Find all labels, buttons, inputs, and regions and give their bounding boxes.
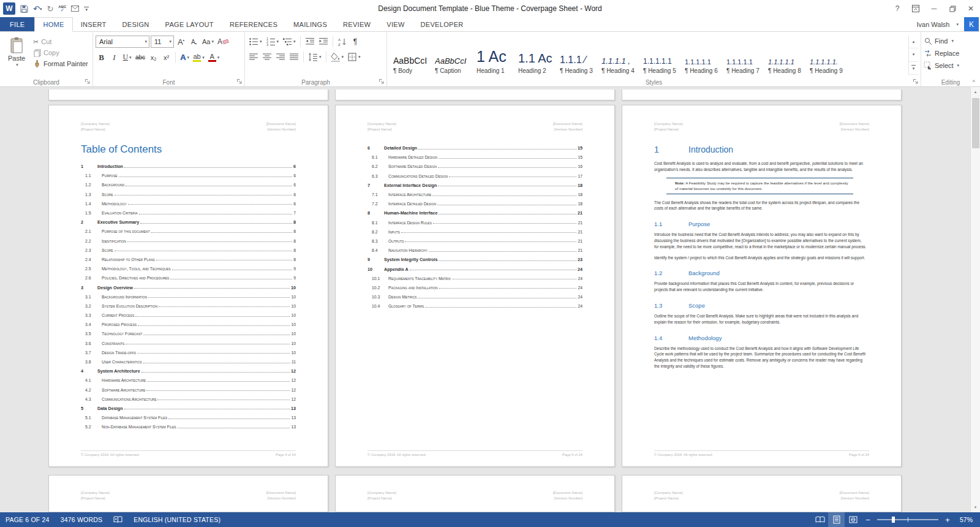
toc-entry[interactable]: 9System Integrity Controls23	[368, 255, 582, 264]
account-name[interactable]: Ivan Walsh	[916, 21, 949, 28]
zoom-in-button[interactable]: +	[941, 515, 954, 525]
toc-entry[interactable]: 1.3Scope6	[81, 190, 296, 199]
close-button[interactable]: ✕	[962, 0, 980, 17]
superscript-button[interactable]: x²	[160, 51, 172, 63]
multilevel-list-button[interactable]: ▾	[281, 36, 297, 47]
print-layout-button[interactable]	[828, 512, 845, 527]
shading-button[interactable]: ▾	[330, 51, 345, 63]
toc-entry[interactable]: 1.4Methodology6	[81, 199, 296, 208]
toc-entry[interactable]: 3Design Overview10	[81, 282, 296, 292]
toc-entry[interactable]: 2.3Scope8	[81, 246, 296, 255]
tab-page-layout[interactable]: PAGE LAYOUT	[157, 17, 222, 31]
line-spacing-button[interactable]: ▾	[307, 51, 323, 63]
styles-scroll-down-button[interactable]: ▾	[909, 48, 918, 61]
select-button[interactable]: Select▾	[924, 60, 978, 71]
ribbon-display-options-button[interactable]	[907, 0, 925, 17]
align-right-button[interactable]	[274, 51, 287, 63]
toc-entry[interactable]: 1.5Evaluation Criteria7	[81, 208, 296, 218]
sort-button[interactable]: AZ	[336, 36, 349, 47]
toc-entry[interactable]: 1.2Background6	[81, 180, 296, 189]
toc-entry[interactable]: 7External Interface Design18	[368, 181, 582, 190]
toc-entry[interactable]: 7.1Interface Architecture18	[368, 190, 582, 199]
toc-entry[interactable]: 4.3Communications Architecture12	[81, 395, 296, 404]
bold-button[interactable]: B	[96, 51, 107, 63]
page-toc-2[interactable]: [Company Name][Project Name] [Document N…	[335, 105, 615, 467]
spelling-grammar-button[interactable]: ABC✓	[58, 6, 66, 12]
page-introduction[interactable]: [Company Name][Project Name] [Document N…	[622, 105, 902, 467]
align-center-button[interactable]	[261, 51, 273, 63]
toc-entry[interactable]: 6Detailed Design15	[368, 143, 582, 153]
toc-entry[interactable]: 2.5Methodology, Tools, and Techniques9	[81, 264, 296, 273]
style-item-9[interactable]: 1.1.1.1.1¶ Heading 7	[723, 36, 763, 75]
collapse-ribbon-button[interactable]: ^	[973, 79, 975, 85]
clipboard-dialog-launcher[interactable]	[85, 78, 91, 85]
borders-button[interactable]: ▾	[346, 51, 362, 63]
copy-button[interactable]: Copy	[33, 48, 88, 58]
tab-view[interactable]: VIEW	[379, 17, 412, 31]
style-item-2[interactable]: AaBbCcI¶ Caption	[431, 36, 472, 75]
minimize-button[interactable]: ─	[925, 0, 943, 17]
avatar[interactable]: K	[964, 17, 979, 31]
toc-entry[interactable]: 3.4Proposed Process10	[81, 320, 296, 329]
tab-review[interactable]: REVIEW	[335, 17, 379, 31]
style-item-6[interactable]: 1.1.1.1 ,¶ Heading 4	[598, 36, 638, 75]
toc-entry[interactable]: 4.2Software Architecture12	[81, 385, 296, 395]
style-item-10[interactable]: 1.1.1.1.1¶ Heading 8	[764, 36, 805, 75]
toc-entry[interactable]: 6.3Communications Detailed Design17	[368, 172, 582, 181]
tab-developer[interactable]: DEVELOPER	[413, 17, 472, 31]
highlight-color-button[interactable]: ab▾	[192, 51, 206, 63]
toc-entry[interactable]: 5.1Database Management System Files13	[81, 413, 296, 422]
style-item-7[interactable]: 1.1.1.1.1¶ Heading 5	[639, 36, 680, 75]
font-size-combobox[interactable]: 11▾	[151, 36, 174, 48]
undo-button[interactable]: ↶▾	[33, 5, 42, 13]
zoom-level[interactable]: 57%	[954, 516, 980, 523]
vertical-scrollbar[interactable]: ▴ ▾	[970, 87, 980, 512]
justify-button[interactable]	[288, 51, 300, 63]
toc-entry[interactable]: 3.8User Characteristics11	[81, 357, 296, 366]
styles-more-button[interactable]: ▾	[909, 62, 918, 75]
page-indicator[interactable]: PAGE 6 OF 24	[0, 512, 55, 527]
toc-entry[interactable]: 6.2Software Detailed Design16	[368, 162, 582, 171]
zoom-slider[interactable]	[877, 519, 938, 520]
show-hide-paragraph-button[interactable]: ¶	[350, 36, 361, 47]
customize-quick-access-button[interactable]: ▾	[84, 7, 89, 11]
toc-entry[interactable]: 8.4Navigation Hierarchy21	[368, 246, 582, 255]
subscript-button[interactable]: x₂	[148, 51, 159, 63]
toc-entry[interactable]: 2.1Purpose of this document8	[81, 227, 296, 236]
styles-scroll-up-button[interactable]: ▴	[909, 36, 918, 48]
style-item-5[interactable]: 1.1.1 ⁄¶ Heading 3	[556, 36, 597, 75]
toc-entry[interactable]: 3.5Technology Forecast10	[81, 329, 296, 338]
change-case-button[interactable]: Aa▾	[201, 36, 215, 48]
save-button[interactable]	[20, 5, 28, 13]
text-effects-button[interactable]: A▾	[179, 51, 190, 63]
account-dropdown-icon[interactable]: ▾	[956, 22, 959, 27]
scrollbar-thumb[interactable]	[972, 98, 979, 148]
toc-entry[interactable]: 3.2System Evolution Description10	[81, 301, 296, 311]
toc-entry[interactable]: 7.2Interface Detailed Design18	[368, 199, 582, 208]
email-button[interactable]	[71, 6, 79, 12]
tab-design[interactable]: DESIGN	[115, 17, 157, 31]
toc-entry[interactable]: 2.2Identification8	[81, 237, 296, 246]
decrease-indent-button[interactable]	[304, 36, 316, 47]
paragraph-dialog-launcher[interactable]	[379, 78, 385, 85]
strikethrough-button[interactable]: abc	[134, 51, 146, 63]
toc-entry[interactable]: 2Executive Summary8	[81, 218, 296, 227]
help-button[interactable]: ?	[888, 0, 907, 17]
toc-entry[interactable]: 3.6Constraints10	[81, 339, 296, 348]
toc-entry[interactable]: 1Introduction6	[81, 162, 296, 171]
tab-home[interactable]: HOME	[34, 17, 72, 32]
tab-mailings[interactable]: MAILINGS	[285, 17, 335, 31]
font-dialog-launcher[interactable]	[236, 78, 243, 85]
tab-references[interactable]: REFERENCES	[222, 17, 285, 31]
style-item-1[interactable]: AaBbCcI¶ Body	[390, 36, 430, 75]
proofing-status[interactable]	[108, 512, 128, 527]
web-layout-button[interactable]	[845, 512, 861, 527]
toc-entry[interactable]: 8.2Inputs21	[368, 227, 582, 237]
document-area[interactable]: [Company Name][Project Name] [Document N…	[0, 87, 980, 512]
toc-entry[interactable]: 4System Architecture12	[81, 366, 296, 376]
toc-entry[interactable]: 6.1Hardware Detailed Design15	[368, 153, 582, 162]
font-name-combobox[interactable]: Arial▾	[96, 36, 149, 48]
toc-entry[interactable]: 3.7Design Trade-offs10	[81, 348, 296, 357]
read-mode-button[interactable]	[812, 512, 828, 527]
increase-indent-button[interactable]	[317, 36, 330, 47]
